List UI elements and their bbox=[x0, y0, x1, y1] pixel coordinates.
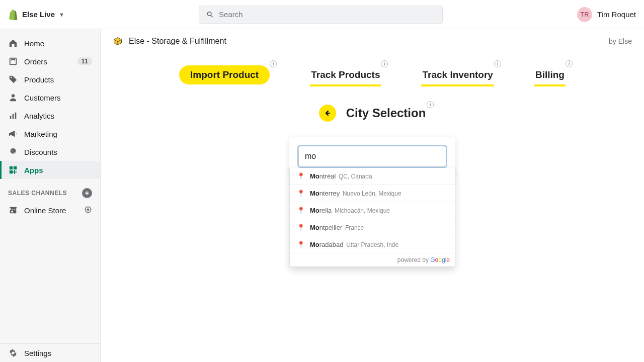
sidebar-item-label: Online Store bbox=[24, 206, 66, 215]
suggestion-bold: Mo bbox=[310, 207, 319, 214]
sidebar-item-label: Orders bbox=[24, 57, 47, 66]
suggestion-rest: ntréal bbox=[319, 172, 336, 180]
top-bar: Else Live ▼ TR Tim Roquet bbox=[0, 0, 644, 29]
orders-icon bbox=[8, 56, 18, 66]
discount-icon bbox=[8, 147, 18, 157]
section-title-text: City Selection bbox=[346, 106, 426, 120]
svg-rect-2 bbox=[10, 116, 12, 119]
tab-label: Billing bbox=[535, 69, 565, 80]
view-store-icon[interactable] bbox=[84, 206, 92, 215]
sidebar-item-online-store[interactable]: Online Store bbox=[0, 201, 100, 219]
person-icon bbox=[8, 93, 18, 103]
info-icon[interactable]: i bbox=[270, 60, 277, 67]
back-button[interactable] bbox=[319, 105, 336, 122]
suggestion-item[interactable]: 📍 Monterrey Nuevo León, Mexique bbox=[290, 185, 455, 202]
home-icon bbox=[8, 38, 18, 48]
powered-by: powered by Google bbox=[290, 253, 455, 266]
suggestion-rest: relia bbox=[319, 207, 332, 214]
sales-channels-header: SALES CHANNELS + bbox=[0, 179, 100, 201]
sidebar-item-label: Products bbox=[24, 75, 54, 84]
account-menu[interactable]: TR Tim Roquet bbox=[577, 7, 636, 22]
search-input[interactable] bbox=[219, 10, 435, 19]
sidebar-item-customers[interactable]: Customers bbox=[0, 88, 100, 107]
sidebar-item-apps[interactable]: Apps bbox=[0, 161, 100, 179]
suggestion-meta: Uttar Pradesh, Inde bbox=[346, 241, 398, 248]
section-header: City Selection i bbox=[101, 105, 644, 122]
app-tabs: Import Product i Track Products i Track … bbox=[101, 65, 644, 84]
tab-import-product[interactable]: Import Product i bbox=[179, 65, 270, 84]
info-icon[interactable]: i bbox=[566, 60, 573, 67]
svg-rect-7 bbox=[10, 170, 13, 173]
sidebar-item-settings[interactable]: Settings bbox=[0, 343, 100, 362]
tab-label: Track Inventory bbox=[422, 69, 493, 80]
apps-icon bbox=[8, 165, 18, 175]
add-channel-button[interactable]: + bbox=[82, 188, 92, 198]
store-name: Else Live bbox=[22, 10, 55, 19]
main-content: Else - Storage & Fulfillment by Else Imp… bbox=[101, 29, 644, 362]
info-icon[interactable]: i bbox=[494, 60, 501, 67]
info-icon[interactable]: i bbox=[427, 101, 434, 108]
sidebar-item-products[interactable]: Products bbox=[0, 70, 100, 88]
sidebar-item-label: Discounts bbox=[24, 148, 57, 156]
city-input[interactable] bbox=[298, 146, 446, 167]
suggestion-rest: nterrey bbox=[319, 190, 340, 197]
app-header: Else - Storage & Fulfillment by Else bbox=[101, 29, 644, 53]
suggestion-bold: Mo bbox=[310, 172, 319, 180]
svg-rect-4 bbox=[15, 113, 17, 119]
tab-label: Import Product bbox=[190, 69, 259, 80]
search-icon bbox=[206, 11, 214, 19]
suggestion-item[interactable]: 📍 Moradabad Uttar Pradesh, Inde bbox=[290, 236, 455, 253]
sidebar-item-label: Analytics bbox=[24, 112, 54, 120]
sidebar-item-label: Home bbox=[24, 39, 44, 48]
sidebar-item-label: Customers bbox=[24, 94, 61, 102]
sidebar: Home Orders 11 Products Customers Analyt… bbox=[0, 29, 101, 362]
suggestion-bold: Mo bbox=[310, 241, 319, 248]
svg-point-1 bbox=[12, 94, 15, 97]
tab-billing[interactable]: Billing i bbox=[534, 65, 566, 84]
section-title: City Selection i bbox=[346, 106, 426, 120]
gear-icon bbox=[8, 348, 18, 358]
sidebar-item-home[interactable]: Home bbox=[0, 34, 100, 52]
tag-icon bbox=[8, 74, 18, 84]
app-icon bbox=[113, 36, 123, 46]
suggestion-meta: Nuevo León, Mexique bbox=[343, 190, 401, 197]
svg-rect-6 bbox=[14, 166, 17, 169]
sidebar-item-marketing[interactable]: Marketing bbox=[0, 125, 100, 143]
sidebar-item-label: Settings bbox=[24, 349, 51, 357]
tab-underline bbox=[534, 84, 566, 86]
suggestion-item[interactable]: 📍 Montpellier France bbox=[290, 219, 455, 236]
sidebar-item-discounts[interactable]: Discounts bbox=[0, 143, 100, 161]
info-icon[interactable]: i bbox=[381, 60, 388, 67]
suggestion-item[interactable]: 📍 Montréal QC, Canada bbox=[290, 168, 455, 185]
tab-label: Track Products bbox=[311, 69, 380, 80]
sidebar-item-analytics[interactable]: Analytics bbox=[0, 107, 100, 125]
tab-track-inventory[interactable]: Track Inventory i bbox=[421, 65, 494, 84]
pin-icon: 📍 bbox=[297, 241, 305, 248]
city-search-card: 📍 Montréal QC, Canada 📍 Monterrey Nuevo … bbox=[289, 137, 455, 176]
arrow-left-icon bbox=[324, 109, 332, 117]
sidebar-item-orders[interactable]: Orders 11 bbox=[0, 52, 100, 70]
powered-by-text: powered by bbox=[397, 256, 429, 263]
suggestion-rest: ntpellier bbox=[319, 224, 343, 231]
suggestion-item[interactable]: 📍 Morelia Michoacán, Mexique bbox=[290, 202, 455, 219]
global-search[interactable] bbox=[199, 6, 443, 24]
tab-track-products[interactable]: Track Products i bbox=[310, 65, 381, 84]
svg-rect-5 bbox=[10, 166, 13, 169]
suggestion-meta: Michoacán, Mexique bbox=[335, 207, 390, 214]
suggestion-bold: Mo bbox=[310, 224, 319, 231]
suggestion-rest: radabad bbox=[319, 241, 344, 248]
sales-channels-label: SALES CHANNELS bbox=[8, 190, 67, 197]
suggestion-bold: Mo bbox=[310, 190, 319, 197]
suggestion-meta: QC, Canada bbox=[339, 173, 372, 180]
store-switcher[interactable]: Else Live ▼ bbox=[8, 9, 64, 21]
app-by-line: by Else bbox=[609, 37, 632, 45]
sidebar-item-label: Apps bbox=[24, 166, 43, 174]
pin-icon: 📍 bbox=[297, 224, 305, 231]
svg-rect-3 bbox=[13, 114, 14, 119]
google-logo: Google bbox=[430, 256, 450, 263]
app-title: Else - Storage & Fulfillment bbox=[129, 37, 226, 46]
caret-down-icon: ▼ bbox=[59, 12, 64, 18]
pin-icon: 📍 bbox=[297, 207, 305, 214]
search-container bbox=[64, 6, 577, 24]
user-name: Tim Roquet bbox=[597, 10, 636, 19]
